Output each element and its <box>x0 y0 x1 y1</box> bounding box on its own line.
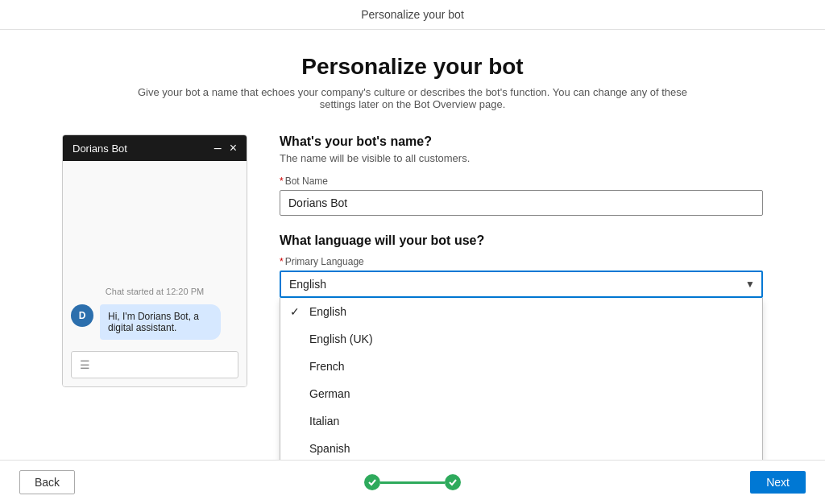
language-dropdown-trigger[interactable]: English <box>280 271 763 298</box>
stepper <box>364 474 461 490</box>
language-option-german[interactable]: German <box>280 380 762 407</box>
language-selected-value: English <box>289 278 326 291</box>
language-dropdown-container: English ▼ English English (UK) French Ge… <box>280 271 763 298</box>
bot-name-section-title: What's your bot's name? <box>280 134 763 149</box>
primary-language-label: *Primary Language <box>280 256 763 267</box>
primary-language-required: * <box>280 256 284 267</box>
language-option-english-uk[interactable]: English (UK) <box>280 325 762 353</box>
bot-preview-name: Dorians Bot <box>73 143 127 155</box>
back-button[interactable]: Back <box>19 470 75 494</box>
top-bar-title: Personalize your bot <box>361 8 464 21</box>
step-line-1 <box>380 481 445 484</box>
top-bar: Personalize your bot <box>0 0 825 30</box>
bot-name-label: *Bot Name <box>280 176 763 187</box>
bot-preview: Dorians Bot – × Chat started at 12:20 PM… <box>62 134 247 387</box>
language-options-scroll[interactable]: English English (UK) French German Itali… <box>280 298 762 460</box>
close-icon[interactable]: × <box>230 142 237 155</box>
chat-input-placeholder[interactable] <box>97 359 230 370</box>
step-2 <box>445 474 461 490</box>
menu-icon: ☰ <box>80 358 90 371</box>
language-option-spanish[interactable]: Spanish <box>280 435 762 460</box>
footer: Back Next <box>0 460 825 504</box>
chat-message-row: D Hi, I'm Dorians Bot, a digital assista… <box>71 304 238 340</box>
language-option-english[interactable]: English <box>280 298 762 325</box>
main-content: Personalize your bot Give your bot a nam… <box>0 30 825 460</box>
chat-started-text: Chat started at 12:20 PM <box>71 287 238 296</box>
chat-bubble: Hi, I'm Dorians Bot, a digital assistant… <box>100 304 221 340</box>
bot-name-input[interactable] <box>280 190 763 216</box>
check-icon-1 <box>367 477 377 487</box>
language-section-title: What language will your bot use? <box>280 233 763 248</box>
language-option-french[interactable]: French <box>280 353 762 380</box>
chat-input-bar: ☰ <box>71 351 238 378</box>
chat-avatar: D <box>71 304 93 327</box>
form-section: What's your bot's name? The name will be… <box>280 134 763 298</box>
language-section: What language will your bot use? *Primar… <box>280 233 763 298</box>
check-icon-2 <box>448 477 458 487</box>
next-button[interactable]: Next <box>750 471 806 494</box>
bot-preview-body: Chat started at 12:20 PM D Hi, I'm Doria… <box>63 161 247 386</box>
step-1 <box>364 474 380 490</box>
minimize-icon[interactable]: – <box>214 142 222 155</box>
bot-name-required: * <box>280 176 284 187</box>
bot-name-section-desc: The name will be visible to all customer… <box>280 152 763 164</box>
page-title: Personalize your bot <box>301 54 523 80</box>
bot-name-section: What's your bot's name? The name will be… <box>280 134 763 216</box>
content-row: Dorians Bot – × Chat started at 12:20 PM… <box>62 134 763 387</box>
language-option-italian[interactable]: Italian <box>280 407 762 435</box>
language-dropdown-list: English English (UK) French German Itali… <box>280 298 763 460</box>
page-subtitle: Give your bot a name that echoes your co… <box>131 86 694 110</box>
bot-preview-header: Dorians Bot – × <box>63 135 247 161</box>
bot-preview-controls: – × <box>214 142 237 155</box>
